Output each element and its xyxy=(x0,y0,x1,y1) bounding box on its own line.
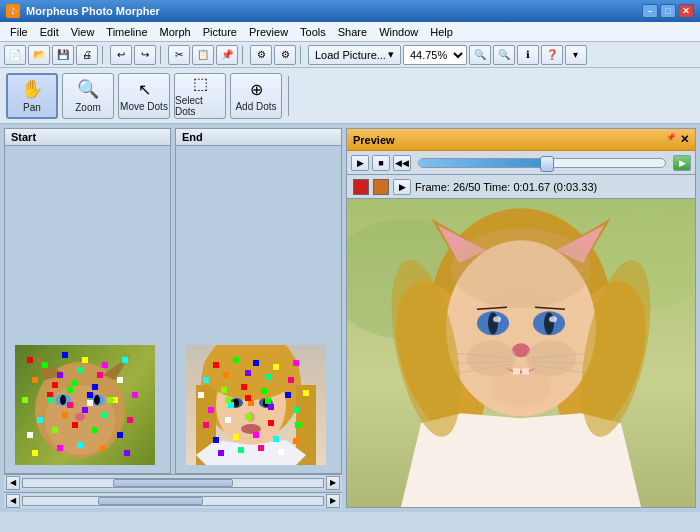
tool-select-dots[interactable]: ⬚ Select Dots xyxy=(174,73,226,119)
pan-label: Pan xyxy=(23,102,41,113)
tb-new[interactable]: 📄 xyxy=(4,45,26,65)
tb-undo[interactable]: ↩ xyxy=(110,45,132,65)
sep2 xyxy=(160,46,164,64)
window-title: Morpheus Photo Morpher xyxy=(26,5,642,17)
title-bar: 🎨 Morpheus Photo Morpher – □ ✕ xyxy=(0,0,700,22)
close-button[interactable]: ✕ xyxy=(678,4,694,18)
end-panel-content[interactable] xyxy=(176,146,341,473)
start-panel-content[interactable] xyxy=(5,146,170,473)
left-scrollbar: ◀ ▶ xyxy=(4,474,342,490)
start-panel: Start xyxy=(4,128,171,474)
frame-info-bar: ▶ Frame: 26/50 Time: 0:01.67 (0:03.33) xyxy=(347,175,695,199)
preview-canvas xyxy=(347,199,695,507)
tool-move-dots[interactable]: ↖ Move Dots xyxy=(118,73,170,119)
girl-image-canvas xyxy=(186,345,326,465)
scroll-right-arrow2[interactable]: ▶ xyxy=(326,494,340,508)
preview-close[interactable]: ✕ xyxy=(680,133,689,146)
move-dots-icon: ↖ xyxy=(138,80,151,99)
menu-morph-label[interactable]: Morph xyxy=(154,24,197,40)
tb-print[interactable]: 🖨 xyxy=(76,45,98,65)
preview-title-bar: Preview 📌 ✕ xyxy=(347,129,695,151)
start-label: Start xyxy=(11,131,36,143)
preview-title-text: Preview xyxy=(353,134,395,146)
sep3 xyxy=(242,46,246,64)
color-swatch-red xyxy=(353,179,369,195)
tool-sep1 xyxy=(288,76,290,116)
cat-image-canvas xyxy=(15,345,155,465)
load-dropdown-arrow[interactable]: ▾ xyxy=(388,48,394,61)
rewind-button[interactable]: ◀◀ xyxy=(393,155,411,171)
left-scroll-thumb2[interactable] xyxy=(98,497,203,505)
tb-zoom-out[interactable]: 🔍 xyxy=(469,45,491,65)
tb-zoom-in[interactable]: 🔍 xyxy=(493,45,515,65)
load-picture-button[interactable]: Load Picture... ▾ xyxy=(308,45,401,65)
sep1 xyxy=(102,46,106,64)
pan-icon: ✋ xyxy=(21,78,43,100)
menu-picture[interactable]: Picture xyxy=(197,24,243,40)
frame-play-btn[interactable]: ▶ xyxy=(393,179,411,195)
toolbar-main: 📄 📂 💾 🖨 ↩ ↪ ✂ 📋 📌 ⚙ ⚙ Load Picture... ▾ … xyxy=(0,42,700,68)
tb-save[interactable]: 💾 xyxy=(52,45,74,65)
tb-copy[interactable]: 📋 xyxy=(192,45,214,65)
timeline-track[interactable] xyxy=(418,158,666,168)
preview-image-area xyxy=(347,199,695,507)
menu-file[interactable]: File xyxy=(4,24,34,40)
scroll-right-arrow[interactable]: ▶ xyxy=(326,476,340,490)
add-dots-icon: ⊕ xyxy=(250,80,263,99)
menu-bar: File Edit View Timeline Morpheus Photo M… xyxy=(0,22,700,42)
tb-help[interactable]: ❓ xyxy=(541,45,563,65)
menu-window[interactable]: Window xyxy=(373,24,424,40)
main-area: Start End xyxy=(0,124,700,512)
forward-button[interactable]: ▶ xyxy=(673,155,691,171)
select-dots-label: Select Dots xyxy=(175,95,225,117)
tb-paste[interactable]: 📌 xyxy=(216,45,238,65)
preview-window-controls: 📌 ✕ xyxy=(666,133,689,146)
tb-info[interactable]: ℹ xyxy=(517,45,539,65)
tool-add-dots[interactable]: ⊕ Add Dots xyxy=(230,73,282,119)
tool-pan[interactable]: ✋ Pan xyxy=(6,73,58,119)
zoom-label: Zoom xyxy=(75,102,101,113)
scroll-left-arrow[interactable]: ◀ xyxy=(6,476,20,490)
end-label: End xyxy=(182,131,203,143)
tb-open[interactable]: 📂 xyxy=(28,45,50,65)
start-panel-header: Start xyxy=(5,129,170,146)
color-swatch-orange xyxy=(373,179,389,195)
left-scroll-thumb[interactable] xyxy=(113,479,233,487)
left-scroll-track2[interactable] xyxy=(22,496,324,506)
select-dots-icon: ⬚ xyxy=(193,74,208,93)
end-panel-header: End xyxy=(176,129,341,146)
left-scrollbar2: ◀ ▶ xyxy=(4,492,342,508)
maximize-button[interactable]: □ xyxy=(660,4,676,18)
menu-share[interactable]: Share xyxy=(332,24,373,40)
image-panels: Start End xyxy=(4,128,342,474)
preview-controls: ▶ ■ ◀◀ ▶ xyxy=(347,151,695,175)
app-icon: 🎨 xyxy=(6,4,20,18)
scroll-left-arrow2[interactable]: ◀ xyxy=(6,494,20,508)
end-panel: End xyxy=(175,128,342,474)
preview-pin[interactable]: 📌 xyxy=(666,133,676,146)
tb-redo[interactable]: ↪ xyxy=(134,45,156,65)
tb-expand[interactable]: ▾ xyxy=(565,45,587,65)
tb-extra2[interactable]: ⚙ xyxy=(274,45,296,65)
menu-preview[interactable]: Preview xyxy=(243,24,294,40)
move-dots-label: Move Dots xyxy=(120,101,168,112)
stop-button[interactable]: ■ xyxy=(372,155,390,171)
left-scroll-track[interactable] xyxy=(22,478,324,488)
menu-edit[interactable]: Edit xyxy=(34,24,65,40)
left-panel: Start End xyxy=(0,124,346,512)
minimize-button[interactable]: – xyxy=(642,4,658,18)
tb-cut[interactable]: ✂ xyxy=(168,45,190,65)
timeline-fill xyxy=(419,159,547,167)
zoom-select[interactable]: 44.75% 50% 75% 100% xyxy=(403,45,467,65)
zoom-icon: 🔍 xyxy=(77,78,99,100)
tb-extra1[interactable]: ⚙ xyxy=(250,45,272,65)
tool-zoom[interactable]: 🔍 Zoom xyxy=(62,73,114,119)
load-picture-label: Load Picture... xyxy=(315,49,386,61)
timeline-thumb[interactable] xyxy=(540,156,554,172)
menu-help[interactable]: Help xyxy=(424,24,459,40)
menu-timeline[interactable]: Timeline xyxy=(100,24,153,40)
sep4 xyxy=(300,46,304,64)
menu-tools[interactable]: Tools xyxy=(294,24,332,40)
menu-view[interactable]: View xyxy=(65,24,101,40)
play-button[interactable]: ▶ xyxy=(351,155,369,171)
